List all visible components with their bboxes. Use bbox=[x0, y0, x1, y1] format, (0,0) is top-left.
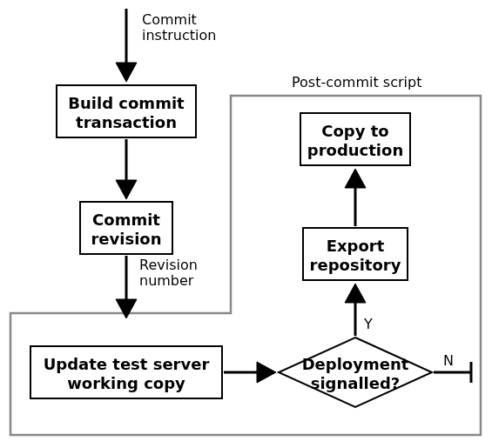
svg-text:working copy: working copy bbox=[67, 374, 185, 392]
edge-label-commit-instruction-1: Commit bbox=[142, 11, 197, 28]
edge-update-to-decision bbox=[224, 362, 276, 383]
svg-text:Commit: Commit bbox=[92, 211, 160, 229]
svg-text:Copy to: Copy to bbox=[321, 122, 388, 140]
edge-commit-instruction: Commit instruction bbox=[116, 9, 216, 82]
edge-yes: Y bbox=[345, 284, 373, 336]
edge-label-revision-2: number bbox=[139, 272, 194, 289]
node-update-working-copy: Update test server working copy bbox=[30, 346, 222, 398]
edge-label-yes: Y bbox=[363, 316, 373, 332]
edge-label-no: N bbox=[443, 352, 454, 369]
svg-text:production: production bbox=[307, 141, 403, 159]
svg-text:Deployment: Deployment bbox=[302, 355, 409, 373]
edge-label-revision-1: Revision bbox=[139, 257, 198, 273]
svg-text:transaction: transaction bbox=[76, 113, 177, 131]
svg-text:revision: revision bbox=[91, 230, 161, 248]
svg-marker-1 bbox=[116, 63, 137, 82]
svg-marker-28 bbox=[345, 169, 366, 188]
svg-text:repository: repository bbox=[310, 256, 401, 274]
edge-export-to-copy bbox=[345, 169, 366, 226]
node-export-repository: Export repository bbox=[303, 228, 408, 280]
svg-marker-6 bbox=[116, 180, 137, 199]
edge-revision-number: Revision number bbox=[116, 256, 198, 318]
edge-no: N bbox=[434, 352, 471, 383]
svg-text:Export: Export bbox=[327, 237, 385, 255]
node-deployment-signalled: Deployment signalled? bbox=[279, 338, 432, 407]
group-title: Post-commit script bbox=[292, 74, 421, 90]
svg-text:Build commit: Build commit bbox=[68, 94, 185, 112]
node-build-commit-transaction: Build commit transaction bbox=[57, 85, 196, 137]
svg-text:signalled?: signalled? bbox=[311, 374, 401, 392]
node-copy-to-production: Copy to production bbox=[300, 113, 410, 165]
node-commit-revision: Commit revision bbox=[80, 202, 172, 254]
svg-text:Update test server: Update test server bbox=[44, 355, 210, 373]
svg-marker-11 bbox=[116, 299, 137, 318]
svg-marker-23 bbox=[345, 284, 366, 303]
svg-marker-16 bbox=[257, 362, 276, 383]
edge-build-to-commit bbox=[116, 139, 137, 199]
edge-label-commit-instruction-2: instruction bbox=[142, 27, 216, 43]
